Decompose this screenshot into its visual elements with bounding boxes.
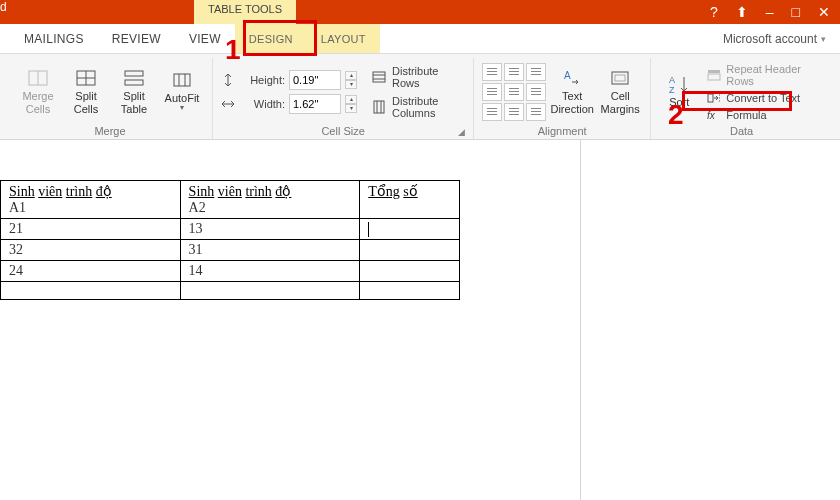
align-top-right[interactable] — [526, 63, 546, 81]
align-bottom-right[interactable] — [526, 103, 546, 121]
autofit-icon — [170, 70, 194, 90]
distribute-rows-icon — [372, 70, 386, 84]
minimize-icon[interactable]: – — [766, 4, 774, 20]
group-label-alignment: Alignment — [482, 125, 642, 139]
tab-view[interactable]: VIEW — [175, 24, 235, 53]
table-row: 24 14 — [1, 261, 460, 282]
row-height-icon — [221, 73, 235, 87]
group-label-data: Data — [659, 125, 824, 139]
split-cells-icon — [74, 68, 98, 88]
tab-layout[interactable]: LAYOUT — [307, 24, 380, 53]
width-input[interactable] — [289, 94, 341, 114]
account-menu[interactable]: Microsoft account — [723, 32, 840, 46]
help-icon[interactable]: ? — [710, 4, 718, 20]
merge-cells-icon — [26, 68, 50, 88]
cell-margins-icon — [608, 68, 632, 88]
col-width-icon — [221, 97, 235, 111]
table-row: 21 13 — [1, 219, 460, 240]
sort-icon: AZ — [667, 74, 691, 94]
restore-icon[interactable]: □ — [792, 4, 800, 20]
split-cells-button[interactable]: Split Cells — [64, 62, 108, 122]
split-table-icon — [122, 68, 146, 88]
group-data: AZ Sort Repeat Header Rows Convert to Te… — [651, 58, 832, 139]
align-bottom-center[interactable] — [504, 103, 524, 121]
autofit-button[interactable]: AutoFit ▾ — [160, 62, 204, 122]
group-merge: Merge Cells Split Cells Split Table Auto… — [8, 58, 213, 139]
side-panel — [580, 140, 840, 500]
height-label: Height: — [239, 74, 285, 86]
formula-button[interactable]: fx Formula — [703, 107, 824, 123]
width-spinner[interactable]: ▴▾ — [345, 95, 357, 113]
svg-text:A: A — [564, 70, 571, 81]
text-direction-button[interactable]: A Text Direction — [550, 62, 594, 122]
distribute-columns-icon — [372, 100, 386, 114]
svg-rect-19 — [612, 72, 628, 84]
svg-text:fx: fx — [707, 110, 716, 121]
convert-to-text-icon — [707, 92, 721, 104]
cell-margins-button[interactable]: Cell Margins — [598, 62, 642, 122]
table-row: 32 31 — [1, 240, 460, 261]
sort-button[interactable]: AZ Sort — [659, 62, 699, 122]
height-input[interactable] — [289, 70, 341, 90]
title-bar: d TABLE TOOLS ? ⬆ – □ ✕ — [0, 0, 840, 24]
document-area: Sinh viên trình độA1 Sinh viên trình độA… — [0, 140, 840, 500]
distribute-rows-button[interactable]: Distribute Rows — [369, 63, 465, 91]
page[interactable]: Sinh viên trình độA1 Sinh viên trình độA… — [0, 140, 580, 500]
close-icon[interactable]: ✕ — [818, 4, 830, 20]
chevron-down-icon: ▾ — [180, 104, 184, 113]
svg-text:A: A — [669, 75, 675, 85]
height-spinner[interactable]: ▴▾ — [345, 71, 357, 89]
convert-to-text-button[interactable]: Convert to Text — [703, 90, 824, 106]
width-label: Width: — [239, 98, 285, 110]
svg-rect-6 — [125, 80, 143, 85]
svg-rect-15 — [374, 101, 384, 113]
tab-bar: MAILINGS REVIEW VIEW DESIGN LAYOUT Micro… — [0, 24, 840, 54]
table-tools-label: TABLE TOOLS — [194, 0, 296, 24]
svg-text:Z: Z — [669, 85, 675, 94]
distribute-columns-button[interactable]: Distribute Columns — [369, 93, 465, 121]
content-table[interactable]: Sinh viên trình độA1 Sinh viên trình độA… — [0, 180, 460, 300]
svg-rect-12 — [373, 72, 385, 82]
repeat-header-icon — [707, 69, 721, 81]
svg-rect-20 — [615, 75, 625, 81]
text-direction-icon: A — [560, 68, 584, 88]
table-header-cell: Tổng số — [360, 181, 460, 219]
tab-design[interactable]: DESIGN — [235, 24, 307, 53]
tab-review[interactable]: REVIEW — [98, 24, 175, 53]
svg-rect-25 — [708, 94, 713, 102]
repeat-header-rows-button[interactable]: Repeat Header Rows — [703, 61, 824, 89]
align-bottom-left[interactable] — [482, 103, 502, 121]
svg-rect-23 — [708, 70, 720, 73]
ribbon-display-icon[interactable]: ⬆ — [736, 4, 748, 20]
svg-rect-24 — [708, 74, 720, 80]
group-cell-size: Height: ▴▾ Width: ▴▾ Distribute Rows — [213, 58, 474, 139]
align-middle-right[interactable] — [526, 83, 546, 101]
formula-icon: fx — [707, 109, 721, 121]
table-row: Sinh viên trình độA1 Sinh viên trình độA… — [1, 181, 460, 219]
group-label-merge: Merge — [16, 125, 204, 139]
align-top-center[interactable] — [504, 63, 524, 81]
table-row — [1, 282, 460, 300]
group-alignment: A Text Direction Cell Margins Alignment — [474, 58, 651, 139]
tab-mailings[interactable]: MAILINGS — [10, 24, 98, 53]
dialog-launcher-icon[interactable]: ◢ — [458, 127, 465, 137]
align-middle-center[interactable] — [504, 83, 524, 101]
app-corner: d — [0, 0, 24, 24]
table-header-cell: Sinh viên trình độA1 — [1, 181, 181, 219]
split-table-button[interactable]: Split Table — [112, 62, 156, 122]
align-top-left[interactable] — [482, 63, 502, 81]
svg-rect-5 — [125, 71, 143, 76]
ribbon: Merge Cells Split Cells Split Table Auto… — [0, 54, 840, 140]
alignment-grid — [482, 63, 546, 121]
text-cursor — [368, 222, 369, 237]
align-middle-left[interactable] — [482, 83, 502, 101]
svg-rect-7 — [174, 74, 190, 86]
merge-cells-button[interactable]: Merge Cells — [16, 62, 60, 122]
table-header-cell: Sinh viên trình độA2 — [180, 181, 360, 219]
group-label-cell-size: Cell Size◢ — [221, 125, 465, 139]
